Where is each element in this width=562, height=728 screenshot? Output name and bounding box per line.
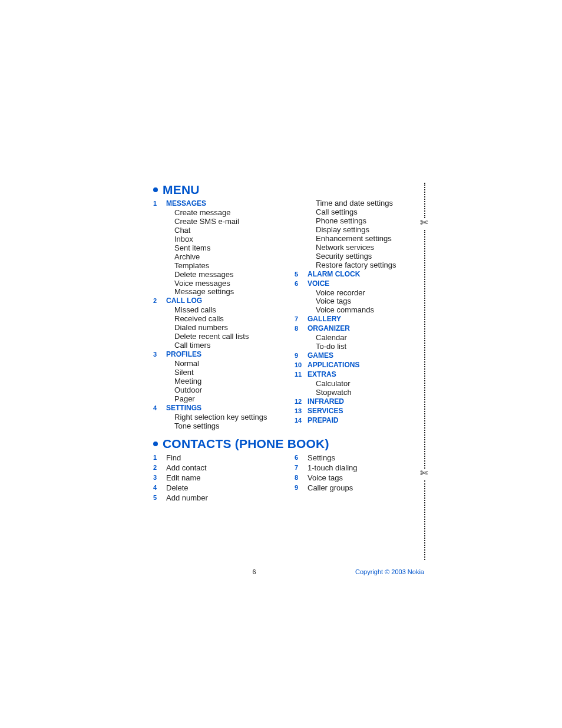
entry-number: 5 [295,270,308,278]
sub-item: Outdoor [174,386,283,395]
sub-item: Restore factory settings [316,261,424,270]
menu-entry: 13SERVICES [295,407,424,415]
sub-items: Create messageCreate SMS e-mailChatInbox… [174,209,283,297]
menu-entry: 4Delete [153,483,283,492]
menu-entry: 8ORGANIZER [295,324,424,332]
entry-title: SETTINGS [166,404,201,412]
entry-number: 9 [295,351,308,359]
entry-number: 13 [295,407,308,414]
entry-title: GAMES [308,351,333,360]
entry-title: PREPAID [308,416,338,424]
menu-entry: 6VOICE [295,279,424,288]
sub-item: Pager [174,395,283,404]
sub-item: Message settings [174,288,283,297]
entry-number: 7 [295,315,308,322]
sub-item: Missed calls [174,306,283,315]
sub-item: Tone settings [174,422,283,431]
sub-item: Voice recorder [316,289,424,298]
entry-title: INFRARED [308,397,344,406]
column: 1Find2Add contact3Edit name4Delete5Add n… [153,453,283,503]
menu-entry: 11EXTRAS [295,370,424,378]
scissors-icon: ✄ [420,218,428,228]
entry-number: 12 [295,397,308,405]
entry-title: ORGANIZER [308,324,350,332]
sub-item: To-do list [316,342,424,351]
sub-item: Call timers [174,341,283,350]
copyright-text: Copyright © 2003 Nokia [355,568,424,575]
menu-entry: 14PREPAID [295,416,424,424]
entry-number: 9 [295,483,308,491]
sub-item: Call settings [316,208,424,217]
menu-entry: 7GALLERY [295,315,424,323]
page-footer: 6 Copyright © 2003 Nokia [153,568,424,575]
sub-item: Silent [174,368,283,377]
menu-entry: 71-touch dialing [295,463,424,472]
sub-item: Chat [174,226,283,235]
sub-item: Archive [174,253,283,262]
menu-entry: 4SETTINGS [153,404,283,412]
sub-item: Create SMS e-mail [174,218,283,226]
entry-title: Voice tags [308,473,343,482]
dotted-line [424,480,427,560]
entry-title: Edit name [166,473,201,482]
menu-entry: 8Voice tags [295,473,424,482]
entry-title: GALLERY [308,315,341,323]
entry-number: 8 [295,473,308,481]
menu-entry: 1MESSAGES [153,199,283,207]
sub-item: Calendar [316,334,424,342]
column: 6Settings71-touch dialing8Voice tags9Cal… [295,453,424,503]
entry-title: EXTRAS [308,370,336,378]
sub-item: Normal [174,360,283,368]
sub-items: NormalSilentMeetingOutdoorPager [174,360,283,404]
entry-title: Find [166,453,181,462]
sub-item: Voice commands [316,306,424,315]
sub-item: Dialed numbers [174,324,283,332]
bullet-icon [153,187,158,192]
column: 1MESSAGESCreate messageCreate SMS e-mail… [153,199,283,431]
section-menu: MENU 1MESSAGESCreate messageCreate SMS e… [153,183,424,431]
entry-number: 1 [153,199,166,207]
page-number: 6 [153,568,355,575]
menu-entry: 9GAMES [295,351,424,360]
entry-number: 3 [153,473,166,481]
entry-number: 8 [295,324,308,332]
sub-item: Right selection key settings [174,413,283,422]
entry-number: 2 [153,463,166,471]
entry-title: SERVICES [308,407,343,415]
menu-entry: 1Find [153,453,283,462]
sub-item: Time and date settings [316,199,424,208]
entry-title: Settings [308,453,335,462]
sub-item: Delete recent call lists [174,332,283,341]
bullet-icon [153,442,158,446]
sub-item: Inbox [174,235,283,244]
entry-number: 5 [153,493,166,501]
sub-items: CalendarTo-do list [316,334,424,351]
contacts-columns: 1Find2Add contact3Edit name4Delete5Add n… [153,453,424,503]
entry-title: 1-touch dialing [308,463,358,472]
sub-item: Meeting [174,377,283,386]
section-heading-contacts: CONTACTS (PHONE BOOK) [153,437,424,451]
entry-number: 11 [295,370,308,378]
sub-items: Voice recorderVoice tagsVoice commands [316,289,424,315]
entry-title: Add contact [166,463,207,472]
menu-entry: 3PROFILES [153,350,283,358]
entry-title: MESSAGES [166,199,206,207]
section-contacts: CONTACTS (PHONE BOOK) 1Find2Add contact3… [153,437,424,503]
menu-entry: 3Edit name [153,473,283,482]
dotted-line [424,230,427,469]
sub-item: Calculator [316,380,424,388]
entry-number: 2 [153,297,166,304]
menu-entry: 2Add contact [153,463,283,472]
page-content: MENU 1MESSAGESCreate messageCreate SMS e… [153,183,424,503]
entry-title: Delete [166,483,189,492]
entry-number: 4 [153,483,166,491]
sub-item: Templates [174,262,283,271]
entry-number: 3 [153,350,166,358]
heading-text: MENU [163,183,200,196]
entry-title: VOICE [308,279,329,288]
entry-number: 10 [295,361,308,368]
sub-items: Missed callsReceived callsDialed numbers… [174,306,283,350]
sub-item: Received calls [174,315,283,324]
menu-entry: 10APPLICATIONS [295,361,424,369]
sub-item: Voice tags [316,297,424,306]
